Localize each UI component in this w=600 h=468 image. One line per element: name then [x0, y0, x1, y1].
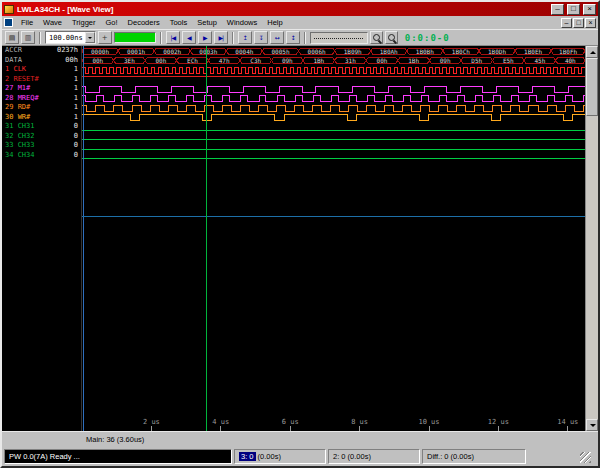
run-indicator	[114, 32, 156, 43]
channel-label: 32 CH32	[5, 132, 35, 142]
channel-label: 34 CH34	[5, 151, 35, 161]
svg-text:3Eh: 3Eh	[124, 57, 135, 64]
status-device: PW 0.0(7A) Ready ...	[4, 449, 232, 464]
zoom-out-icon[interactable]	[370, 31, 383, 44]
channel-row-27-m1-[interactable]: 27 M1#1	[2, 84, 81, 94]
step-forward-icon[interactable]: ▶	[198, 31, 212, 44]
save-icon[interactable]: ▥	[21, 31, 35, 44]
channel-row-34-ch34[interactable]: 34 CH340	[2, 151, 81, 161]
channel-row-30-wr-[interactable]: 30 WR#1	[2, 113, 81, 123]
chevron-down-icon[interactable]	[85, 32, 95, 43]
status-filler	[528, 449, 596, 464]
channel-row-data[interactable]: DATA00h	[2, 56, 81, 66]
svg-text:1Bh: 1Bh	[408, 57, 419, 64]
scrollbar-track[interactable]	[586, 58, 598, 419]
svg-text:1B0Fh: 1B0Fh	[559, 48, 577, 55]
channel-label: ACCR	[5, 46, 22, 56]
toolbar-separator	[39, 32, 41, 44]
expand-vertical-icon[interactable]: ↕	[286, 31, 300, 44]
svg-text:0006h: 0006h	[308, 48, 326, 55]
menu-file[interactable]: File	[16, 18, 38, 27]
add-icon[interactable]: +	[98, 31, 112, 44]
scroll-up-icon[interactable]	[586, 46, 598, 58]
menu-windows[interactable]: Windows	[222, 18, 262, 27]
channel-value: 1	[74, 84, 78, 94]
timebase-select[interactable]: 100.00ns	[45, 31, 96, 44]
status-cursor3-time: (0.00s)	[258, 452, 281, 461]
svg-text:40h: 40h	[565, 57, 576, 64]
axis-label: 6 us	[282, 418, 299, 426]
svg-text:0003h: 0003h	[199, 48, 217, 55]
channel-row-31-ch31[interactable]: 31 CH310	[2, 122, 81, 132]
svg-text:1B0Ch: 1B0Ch	[452, 48, 470, 55]
menu-tools[interactable]: Tools	[165, 18, 193, 27]
axis-label: 14 us	[557, 418, 578, 426]
mdi-restore-button[interactable]: □	[573, 18, 584, 28]
mdi-window-buttons: – □ ×	[561, 18, 596, 28]
svg-text:09h: 09h	[440, 57, 451, 64]
menu-help[interactable]: Help	[262, 18, 287, 27]
channel-row-2-reset-[interactable]: 2 RESET#1	[2, 75, 81, 85]
toolbar-separator	[160, 32, 162, 44]
axis-label: 8 us	[351, 418, 368, 426]
svg-text:00h: 00h	[155, 57, 166, 64]
minimize-button[interactable]: –	[551, 4, 564, 15]
channel-row-32-ch32[interactable]: 32 CH320	[2, 132, 81, 142]
menu-trigger[interactable]: Trigger	[67, 18, 100, 27]
channel-value: 0	[74, 141, 78, 151]
goto-end-icon[interactable]: ▶|	[214, 31, 228, 44]
menu-decoders[interactable]: Decoders	[123, 18, 165, 27]
channel-row-28-mreq-[interactable]: 28 MREQ#1	[2, 94, 81, 104]
channel-value: 0	[74, 122, 78, 132]
channel-label: 30 WR#	[5, 113, 30, 123]
channel-label: 29 RD#	[5, 103, 30, 113]
edge-up-icon[interactable]: ↥	[238, 31, 252, 44]
maximize-button[interactable]: □	[567, 4, 580, 15]
menu-go[interactable]: Go!	[100, 18, 122, 27]
trace-27-m1-	[82, 86, 585, 92]
channel-row-1-clk[interactable]: 1 CLK1	[2, 65, 81, 75]
document-icon	[4, 18, 13, 27]
app-icon	[4, 5, 14, 14]
waveform-canvas[interactable]: 0000h0001h0002h0003h0004h0005h0006h1B09h…	[82, 46, 585, 431]
open-icon[interactable]: ▤	[5, 31, 19, 44]
svg-text:31h: 31h	[345, 57, 356, 64]
scrollbar-thumb[interactable]	[586, 58, 598, 116]
toolbar-separator	[232, 32, 234, 44]
svg-text:1B0Ah: 1B0Ah	[380, 48, 398, 55]
wave-view: ACCR0237hDATA00h1 CLK12 RESET#127 M1#128…	[2, 46, 598, 431]
vertical-scrollbar[interactable]	[585, 46, 598, 431]
resize-grip[interactable]	[580, 452, 591, 463]
window-title: LWLA34CH - [Wave View]	[17, 5, 548, 14]
channel-value: 0	[74, 132, 78, 142]
channel-row-29-rd-[interactable]: 29 RD#1	[2, 103, 81, 113]
channel-label: DATA	[5, 56, 22, 66]
svg-text:1B0Eh: 1B0Eh	[524, 48, 542, 55]
time-counter: 0:0:0-0	[405, 33, 450, 43]
wave-footer: Main: 36 (3.60us)	[2, 431, 598, 446]
mdi-minimize-button[interactable]: –	[561, 18, 572, 28]
svg-text:0000h: 0000h	[91, 48, 109, 55]
svg-text:1B0Dh: 1B0Dh	[488, 48, 506, 55]
menu-wave[interactable]: Wave	[38, 18, 67, 27]
timebase-value: 100.00ns	[49, 34, 83, 42]
scroll-down-icon[interactable]	[586, 419, 598, 431]
mdi-close-button[interactable]: ×	[585, 18, 596, 28]
close-button[interactable]: ×	[583, 4, 596, 15]
goto-start-icon[interactable]: |◀	[166, 31, 180, 44]
svg-text:00h: 00h	[92, 57, 103, 64]
channel-row-accr[interactable]: ACCR0237h	[2, 46, 81, 56]
expand-horizontal-icon[interactable]: ↔	[270, 31, 284, 44]
step-back-icon[interactable]: ◀	[182, 31, 196, 44]
channel-label: 33 CH33	[5, 141, 35, 151]
trace-29-rd-	[82, 105, 585, 111]
svg-text:C3h: C3h	[250, 57, 261, 64]
waveform-area[interactable]: 0000h0001h0002h0003h0004h0005h0006h1B09h…	[82, 46, 585, 431]
channel-row-33-ch33[interactable]: 33 CH330	[2, 141, 81, 151]
zoom-in-icon[interactable]	[385, 31, 398, 44]
status-bar: PW 0.0(7A) Ready ... 3: 0 (0.00s) 2: 0 (…	[2, 446, 598, 466]
zoom-range-control[interactable]	[310, 32, 368, 44]
edge-down-icon[interactable]: ↧	[254, 31, 268, 44]
menu-setup[interactable]: Setup	[192, 18, 222, 27]
status-cursor3-selected: 3: 0	[239, 452, 256, 461]
